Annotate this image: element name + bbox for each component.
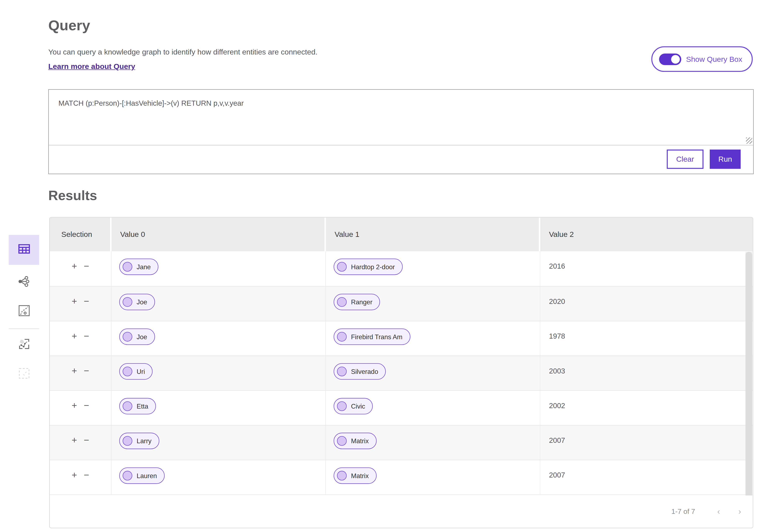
selection-cell: + −: [50, 321, 112, 355]
value1-cell: Hardtop 2-door: [326, 251, 540, 286]
year-value: 2007: [549, 471, 565, 479]
entity-pill-value0[interactable]: Etta: [119, 398, 156, 414]
query-actions: Clear Run: [49, 146, 753, 173]
node-circle-icon: [123, 471, 132, 480]
value1-cell: Silverado: [326, 356, 540, 390]
results-title: Results: [48, 188, 97, 204]
map-view-icon: [18, 305, 30, 319]
pagination-range-label: 1-7 of 7: [671, 508, 695, 515]
node-circle-icon: [123, 332, 132, 342]
selection-tool-icon: [18, 368, 30, 381]
table-scrollbar[interactable]: [745, 252, 752, 495]
entity-label: Larry: [137, 437, 152, 445]
table-row: + − Etta Civic 2002: [50, 390, 753, 425]
tab-graph-view[interactable]: [9, 270, 39, 294]
node-circle-icon: [337, 471, 347, 480]
table-row: + − Jane Hardtop 2-door 2016: [50, 251, 753, 286]
value2-cell: 2002: [540, 391, 753, 425]
table-view-icon: [17, 243, 30, 257]
node-circle-icon: [123, 402, 132, 411]
entity-pill-value0[interactable]: Joe: [119, 328, 155, 345]
results-table: Selection Value 0 Value 1 Value 2 + − Ja…: [49, 217, 753, 528]
entity-label: Hardtop 2-door: [351, 263, 395, 270]
scrollbar-thumb[interactable]: [745, 252, 752, 495]
table-header: Selection Value 0 Value 1 Value 2: [50, 218, 753, 251]
node-circle-icon: [337, 332, 347, 342]
node-circle-icon: [123, 262, 132, 271]
add-selection-button[interactable]: +: [72, 435, 77, 445]
remove-selection-button[interactable]: −: [84, 401, 89, 410]
value2-cell: 2020: [540, 287, 753, 321]
selection-cell: + −: [50, 356, 112, 390]
entity-pill-value0[interactable]: Jane: [119, 259, 159, 275]
add-selection-button[interactable]: +: [72, 331, 77, 341]
entity-label: Ranger: [351, 298, 372, 306]
add-selection-button[interactable]: +: [72, 296, 77, 306]
entity-pill-value0[interactable]: Uri: [119, 363, 153, 380]
page-title: Query: [48, 17, 90, 34]
clear-button[interactable]: Clear: [667, 150, 704, 169]
tab-selection-tool: [9, 362, 39, 386]
remove-selection-button[interactable]: −: [84, 262, 89, 271]
entity-pill-value1[interactable]: Hardtop 2-door: [334, 259, 403, 275]
resize-handle[interactable]: [746, 137, 752, 144]
entity-label: Joe: [137, 298, 147, 306]
value2-cell: 2007: [540, 426, 753, 460]
entity-pill-value1[interactable]: Ranger: [334, 294, 380, 310]
page-description: You can query a knowledge graph to ident…: [48, 48, 318, 57]
remove-selection-button[interactable]: −: [84, 366, 89, 375]
node-circle-icon: [337, 402, 347, 411]
query-editor-area: MATCH (p:Person)-[:HasVehicle]->(v) RETU…: [49, 90, 753, 146]
query-input[interactable]: MATCH (p:Person)-[:HasVehicle]->(v) RETU…: [49, 90, 753, 145]
next-page-icon[interactable]: ›: [739, 507, 741, 515]
entity-pill-value1[interactable]: Matrix: [334, 433, 377, 449]
remove-selection-button[interactable]: −: [84, 470, 89, 480]
add-selection-button[interactable]: +: [72, 262, 77, 271]
value0-cell: Larry: [111, 426, 326, 460]
entity-pill-value1[interactable]: Civic: [334, 398, 373, 414]
table-row: + − Larry Matrix 2007: [50, 425, 753, 460]
entity-label: Etta: [137, 403, 148, 410]
value1-cell: Civic: [326, 391, 540, 425]
entity-pill-value0[interactable]: Lauren: [119, 467, 165, 484]
value0-cell: Lauren: [111, 460, 326, 494]
add-selection-button[interactable]: +: [72, 470, 77, 480]
add-selection-button[interactable]: +: [72, 401, 77, 410]
selection-cell: + −: [50, 460, 112, 494]
entity-pill-value1[interactable]: Matrix: [334, 467, 377, 484]
value2-cell: 2016: [540, 251, 753, 286]
entity-label: Matrix: [351, 437, 369, 445]
node-circle-icon: [123, 436, 132, 446]
entity-label: Uri: [137, 368, 145, 375]
node-circle-icon: [123, 297, 132, 307]
show-query-box-toggle[interactable]: Show Query Box: [651, 46, 753, 72]
tab-map-view[interactable]: [9, 299, 39, 323]
year-value: 2002: [549, 402, 565, 409]
remove-selection-button[interactable]: −: [84, 331, 89, 341]
learn-more-link[interactable]: Learn more about Query: [48, 62, 135, 71]
tab-graph-selection-view[interactable]: [9, 333, 39, 357]
value0-cell: Etta: [111, 391, 326, 425]
entity-pill-value1[interactable]: Firebird Trans Am: [334, 328, 410, 345]
value1-cell: Matrix: [326, 426, 540, 460]
table-body: + − Jane Hardtop 2-door 2016 + −: [50, 251, 753, 494]
node-circle-icon: [337, 262, 347, 271]
value0-cell: Joe: [111, 321, 326, 355]
entity-label: Matrix: [351, 472, 369, 479]
value0-cell: Uri: [111, 356, 326, 390]
remove-selection-button[interactable]: −: [84, 296, 89, 306]
remove-selection-button[interactable]: −: [84, 435, 89, 445]
toggle-switch-icon[interactable]: [659, 53, 681, 65]
selection-cell: + −: [50, 426, 112, 460]
entity-label: Firebird Trans Am: [351, 333, 403, 341]
previous-page-icon[interactable]: ‹: [717, 507, 720, 515]
entity-pill-value1[interactable]: Silverado: [334, 363, 386, 380]
entity-pill-value0[interactable]: Joe: [119, 294, 155, 310]
tab-table-view[interactable]: [9, 235, 39, 265]
add-selection-button[interactable]: +: [72, 366, 77, 375]
selection-cell: + −: [50, 287, 112, 321]
run-button[interactable]: Run: [710, 150, 741, 169]
entity-label: Civic: [351, 403, 365, 410]
view-switcher-rail: [9, 235, 39, 386]
entity-pill-value0[interactable]: Larry: [119, 433, 159, 449]
